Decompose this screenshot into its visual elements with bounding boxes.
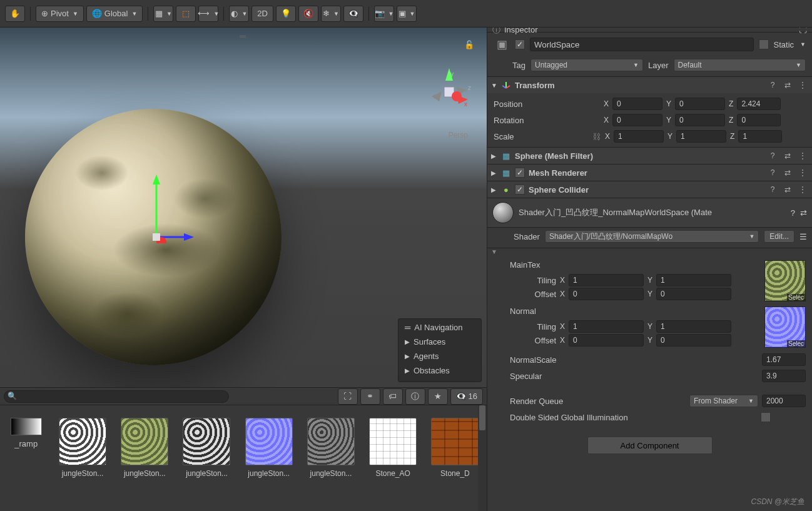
scene-sphere-object[interactable] xyxy=(25,109,282,365)
asset-junglestone-3[interactable]: jungleSton... xyxy=(183,418,231,478)
project-search-input[interactable] xyxy=(4,390,229,403)
project-filter-1[interactable]: ⛶ xyxy=(338,388,358,405)
maintex-tiling-x-input[interactable] xyxy=(569,274,644,286)
maintex-label: MainTex xyxy=(510,260,759,270)
preset-icon[interactable]: ⇄ xyxy=(782,168,793,177)
tag-dropdown[interactable]: Untagged▼ xyxy=(530,59,643,71)
layer-dropdown[interactable]: Default▼ xyxy=(674,59,806,71)
grid-toggle[interactable]: ▦▼ xyxy=(153,6,173,22)
spherecollider-enable-checkbox[interactable] xyxy=(515,185,525,195)
maintex-offset-y-input[interactable] xyxy=(656,288,731,300)
menu-icon[interactable]: ⋮ xyxy=(797,81,808,89)
fold-icon[interactable]: ▶ xyxy=(491,153,497,159)
gizmos-dropdown[interactable]: ▣▼ xyxy=(397,6,417,22)
lock-icon[interactable]: 🔓 xyxy=(464,40,474,49)
position-z-input[interactable] xyxy=(737,98,781,110)
preset-icon[interactable]: ⇄ xyxy=(782,81,793,89)
help-icon[interactable]: ? xyxy=(767,151,778,160)
active-checkbox[interactable] xyxy=(515,39,525,49)
static-checkbox[interactable] xyxy=(759,39,769,49)
position-y-input[interactable] xyxy=(675,98,725,110)
normal-offset-y-input[interactable] xyxy=(656,334,731,347)
preset-icon[interactable]: ⇄ xyxy=(800,208,807,218)
camera-settings[interactable]: 📷▼ xyxy=(374,6,394,22)
meshrenderer-enable-checkbox[interactable] xyxy=(515,168,525,178)
ai-nav-surfaces[interactable]: ▶Surfaces xyxy=(405,335,475,349)
ai-navigation-overlay: ═AI Navigation ▶Surfaces ▶Agents ▶Obstac… xyxy=(398,318,482,382)
link-icon[interactable]: ⛓ xyxy=(591,132,601,141)
scale-z-input[interactable] xyxy=(738,130,782,143)
edit-shader-button[interactable]: Edit... xyxy=(764,230,794,243)
asset-stone-ao[interactable]: Stone_AO xyxy=(369,418,417,478)
help-icon[interactable]: ? xyxy=(767,168,778,177)
position-x-input[interactable] xyxy=(612,98,662,110)
maintex-tiling-y-input[interactable] xyxy=(656,274,731,286)
asset-junglestone-1[interactable]: jungleSton... xyxy=(58,418,106,478)
scale-x-input[interactable] xyxy=(614,130,664,143)
fold-icon[interactable]: ▶ xyxy=(491,186,497,193)
renderqueue-mode-dropdown[interactable]: From Shader▼ xyxy=(689,395,758,407)
project-filter-2[interactable]: ⚭ xyxy=(360,388,380,405)
maintex-texture-picker[interactable]: Selec xyxy=(764,260,806,301)
fx-dropdown[interactable]: ❄▼ xyxy=(321,6,341,22)
project-scrollbar[interactable] xyxy=(478,405,487,511)
menu-icon[interactable]: ⋮ xyxy=(797,168,808,177)
normalscale-input[interactable] xyxy=(762,353,806,366)
tiling-label: Tiling xyxy=(519,322,556,331)
visibility-toggle[interactable]: 👁‍🗨 xyxy=(343,6,363,22)
fold-icon[interactable]: ▼ xyxy=(487,248,812,255)
help-icon[interactable]: ? xyxy=(767,185,778,194)
doublesided-checkbox[interactable] xyxy=(761,412,771,422)
project-hidden-count[interactable]: 👁‍🗨 16 xyxy=(450,388,483,405)
mode-2d[interactable]: 2D xyxy=(251,6,273,22)
ai-nav-obstacles[interactable]: ▶Obstacles xyxy=(405,363,475,378)
renderqueue-input[interactable] xyxy=(762,395,806,407)
asset-junglestone-2[interactable]: jungleSton... xyxy=(121,418,169,478)
project-filter-star[interactable]: ★ xyxy=(428,388,448,405)
specular-input[interactable] xyxy=(762,370,806,382)
fold-icon[interactable]: ▼ xyxy=(491,82,497,89)
snap-settings[interactable]: ⟷▼ xyxy=(198,6,218,22)
static-dropdown-icon[interactable]: ▼ xyxy=(800,41,806,48)
rotation-x-input[interactable] xyxy=(612,114,662,126)
rotation-y-input[interactable] xyxy=(675,114,725,126)
orientation-gizmo[interactable]: y x z xyxy=(424,65,474,115)
ai-nav-agents[interactable]: ▶Agents xyxy=(405,349,475,363)
pivot-dropdown[interactable]: ⊕ Pivot ▼ xyxy=(36,6,84,22)
scene-view[interactable]: ═ y x z xyxy=(0,28,487,387)
global-dropdown[interactable]: 🌐 Global ▼ xyxy=(86,6,143,22)
project-filter-label[interactable]: 🏷 xyxy=(383,388,403,405)
lighting-toggle[interactable]: 💡 xyxy=(276,6,296,22)
add-component-button[interactable]: Add Component xyxy=(587,437,713,454)
project-filter-info[interactable]: ⓘ xyxy=(405,388,425,405)
menu-icon[interactable]: ⋮ xyxy=(797,185,808,194)
audio-toggle[interactable]: 🔇 xyxy=(298,6,318,22)
asset-stone-d[interactable]: Stone_D xyxy=(431,418,479,478)
projection-label[interactable]: Persp xyxy=(449,131,468,139)
shader-dropdown[interactable]: Shader入门/凹凸纹理/NormalMapWo▼ xyxy=(545,230,759,243)
rotation-z-input[interactable] xyxy=(737,114,781,126)
menu-icon[interactable]: ☰ xyxy=(799,232,807,241)
maintex-offset-x-input[interactable] xyxy=(569,288,644,300)
help-icon[interactable]: ? xyxy=(791,208,795,218)
scale-y-input[interactable] xyxy=(676,130,726,143)
help-icon[interactable]: ? xyxy=(767,81,778,89)
normal-tiling-y-input[interactable] xyxy=(656,320,731,333)
gameobject-name-input[interactable] xyxy=(530,38,754,51)
fold-icon[interactable]: ▶ xyxy=(491,169,497,176)
asset-ramp[interactable]: _ramp xyxy=(8,418,44,448)
asset-junglestone-5[interactable]: jungleSton... xyxy=(307,418,355,478)
asset-junglestone-4[interactable]: jungleSton... xyxy=(245,418,293,478)
menu-icon[interactable]: ⋮ xyxy=(797,151,808,160)
normal-texture-picker[interactable]: Selec xyxy=(764,306,806,348)
normal-offset-x-input[interactable] xyxy=(569,334,644,347)
gameobject-header: ▣ Static ▼ xyxy=(487,33,812,56)
preset-icon[interactable]: ⇄ xyxy=(782,185,793,194)
preset-icon[interactable]: ⇄ xyxy=(782,151,793,160)
shading-mode[interactable]: ◐▼ xyxy=(229,6,249,22)
tool-hand[interactable]: ✋ xyxy=(5,6,25,22)
material-header: Shader入门_凹凸纹理_NormalMapWorldSpace (Mate … xyxy=(487,198,812,228)
offset-label: Offset xyxy=(519,290,556,299)
normal-tiling-x-input[interactable] xyxy=(569,320,644,333)
snap-toggle[interactable]: ⬚ xyxy=(176,6,196,22)
